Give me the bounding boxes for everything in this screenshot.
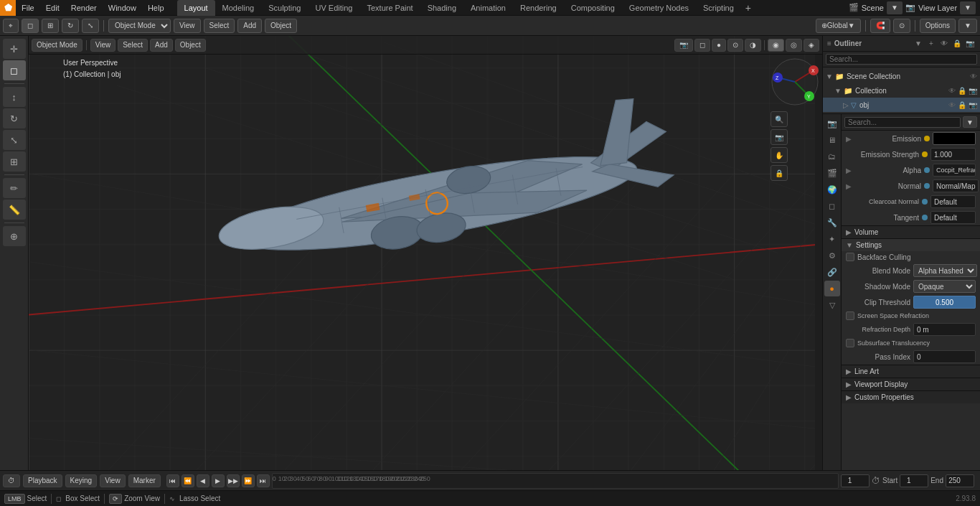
view-layer-dropdown[interactable]: ▼ (960, 1, 976, 14)
emission-value[interactable] (933, 132, 976, 145)
blender-logo[interactable]: ⬟ (0, 0, 16, 16)
zoom-btn[interactable]: 🔍 (771, 111, 788, 127)
view-render-btn[interactable]: ● (712, 39, 726, 52)
alpha-dot[interactable] (924, 167, 930, 173)
prop-scene-icon[interactable]: 🎬 (824, 165, 840, 181)
cursor-tool[interactable]: ⌖ (3, 19, 19, 33)
outliner-search-input[interactable] (826, 54, 977, 65)
prop-physics-icon[interactable]: ⚙ (824, 248, 840, 263)
sst-checkbox[interactable] (846, 339, 854, 347)
options-dropdown[interactable]: ▼ (958, 19, 977, 33)
prop-render-icon[interactable]: 📷 (824, 116, 840, 131)
rotate-btn[interactable]: ↻ (3, 108, 26, 128)
move-btn[interactable]: ↕ (3, 87, 26, 107)
blend-mode-select[interactable]: Alpha Hashed (913, 264, 977, 277)
clearcoat-normal-value[interactable]: Default (930, 195, 976, 208)
object-mode-dropdown[interactable]: Object Mode (108, 19, 171, 33)
viewport-3d[interactable]: Object Mode View Select Add Object 📷 ◻ ●… (29, 36, 822, 470)
prop-search-dropdown[interactable]: ▼ (963, 116, 977, 128)
tab-texture-paint[interactable]: Texture Paint (359, 0, 420, 16)
tab-modeling[interactable]: Modeling (215, 0, 262, 16)
vp-view-btn[interactable]: View (90, 39, 116, 52)
menu-help[interactable]: Help (142, 0, 170, 15)
tab-scripting[interactable]: Scripting (696, 0, 741, 16)
prop-modifier-icon[interactable]: 🔧 (824, 215, 840, 230)
transform-btn[interactable]: ⊞ (3, 151, 26, 172)
ssr-checkbox[interactable] (846, 311, 854, 320)
timeline-keying-btn[interactable]: Keying (65, 474, 98, 487)
normal-expand[interactable]: ▶ (846, 182, 852, 190)
shadow-mode-select[interactable]: Opaque (913, 280, 976, 293)
viewport-display-section[interactable]: ▶ Viewport Display (842, 378, 980, 390)
outliner-collection[interactable]: ▼ 📁 Collection 👁 🔒 📷 (823, 83, 980, 98)
prop-search-input[interactable] (844, 117, 961, 128)
emission-strength-value[interactable]: 1.000 (930, 148, 976, 161)
prop-data-icon[interactable]: ▽ (824, 297, 840, 313)
custom-properties-section[interactable]: ▶ Custom Properties (842, 390, 980, 403)
emission-strength-dot[interactable] (922, 151, 928, 157)
refraction-depth-value[interactable]: 0 m (913, 323, 976, 336)
outliner-render-btn[interactable]: 📷 (964, 38, 976, 50)
frame-current-input[interactable] (841, 474, 870, 487)
normal-dot[interactable] (924, 183, 930, 189)
render-mode-material[interactable]: ◎ (786, 39, 802, 52)
transform-dropdown[interactable]: ⊕ Global ▼ (816, 19, 861, 33)
timeline-play[interactable]: ▶ (212, 474, 225, 487)
tab-shading[interactable]: Shading (420, 0, 463, 16)
orientation-gizmo[interactable]: X Y Z (771, 57, 819, 106)
tangent-dot[interactable] (922, 215, 928, 220)
tab-add[interactable]: + (741, 0, 755, 16)
menu-file[interactable]: File (16, 0, 40, 15)
measure-btn[interactable]: 📏 (3, 200, 26, 220)
timeline-jump-start[interactable]: ⏮ (166, 474, 179, 487)
tab-layout[interactable]: Layout (177, 0, 215, 16)
tab-animation[interactable]: Animation (463, 0, 513, 16)
clearcoat-normal-dot[interactable] (922, 199, 928, 205)
end-frame-input[interactable] (946, 474, 974, 487)
menu-edit[interactable]: Edit (40, 0, 65, 15)
timeline-view-btn[interactable]: View (100, 474, 126, 487)
menu-window[interactable]: Window (103, 0, 142, 15)
emission-expand[interactable]: ▶ (846, 135, 852, 143)
camera-view-btn[interactable]: 📷 (771, 129, 788, 145)
render-mode-render[interactable]: ◈ (804, 39, 819, 52)
scene-dropdown[interactable]: ▼ (887, 1, 903, 14)
select-box-btn[interactable]: ◻ (3, 60, 26, 80)
hand-tool-btn[interactable]: ✋ (771, 147, 788, 163)
prop-constraints-icon[interactable]: 🔗 (824, 264, 840, 280)
timeline-scrubber[interactable]: 0102030405060708090100110120130140150160… (272, 473, 839, 489)
tangent-value[interactable]: Default (930, 211, 976, 224)
timeline-next-frame[interactable]: ▶▶ (227, 474, 240, 487)
prop-material-icon[interactable]: ● (824, 281, 840, 296)
select-tool[interactable]: ◻ (22, 19, 39, 33)
annotate-btn[interactable]: ✏ (3, 178, 26, 198)
volume-section[interactable]: ▶ Volume (842, 225, 980, 238)
outliner-filter-btn[interactable]: ▼ (913, 38, 924, 50)
start-frame-input[interactable] (900, 474, 928, 487)
alpha-expand[interactable]: ▶ (846, 167, 852, 174)
backface-culling-checkbox[interactable] (846, 253, 854, 261)
tab-rendering[interactable]: Rendering (513, 0, 564, 16)
proportional-btn[interactable]: ⊙ (893, 19, 910, 33)
timeline-playback-btn[interactable]: Playback (23, 474, 62, 487)
viewport-view[interactable]: View (174, 19, 201, 33)
prop-object-icon[interactable]: ◻ (824, 198, 840, 214)
add-btn[interactable]: ⊕ (3, 226, 26, 246)
vp-add-btn[interactable]: Add (150, 39, 173, 52)
outliner-eye-btn[interactable]: 👁 (938, 38, 950, 50)
viewport-select[interactable]: Select (204, 19, 235, 33)
move-tool[interactable]: ⊞ (42, 19, 59, 33)
view-camera-btn[interactable]: 📷 (674, 39, 693, 52)
prop-particles-icon[interactable]: ✦ (824, 231, 840, 247)
outliner-restrict-btn[interactable]: 🔒 (951, 38, 963, 50)
snap-btn[interactable]: 🧲 (870, 19, 890, 33)
outliner-obj[interactable]: ▷ ▽ obj 👁 🔒 📷 (823, 98, 980, 112)
timeline-next-keyframe[interactable]: ⏩ (242, 474, 255, 487)
emission-dot[interactable] (924, 136, 930, 141)
render-mode-solid[interactable]: ◉ (768, 39, 784, 52)
prop-view-layer-icon[interactable]: 🗂 (824, 149, 840, 164)
cursor-btn[interactable]: ✛ (3, 39, 26, 59)
viewport-object[interactable]: Object (265, 19, 297, 33)
view-perspective-btn[interactable]: ◻ (694, 39, 710, 52)
normal-value[interactable]: Normal/Map (933, 179, 979, 192)
